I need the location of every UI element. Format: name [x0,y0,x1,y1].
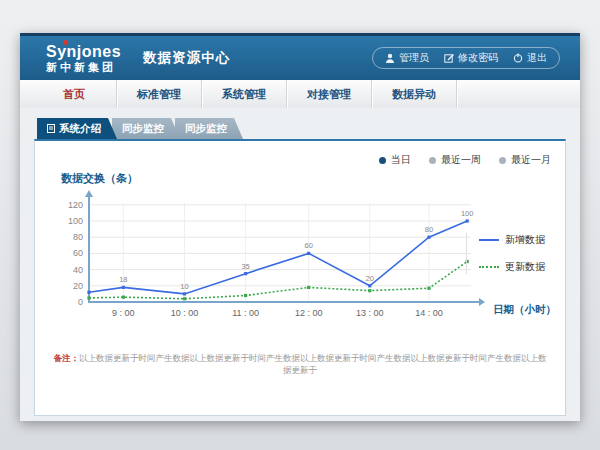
change-password-button[interactable]: 修改密码 [444,51,498,65]
footnote-prefix: 备注： [54,353,80,363]
user-menu[interactable]: 管理员 [385,51,429,65]
svg-text:80: 80 [425,225,433,234]
line-chart: 0204060801001209 : 0010 : 0011 : 0012 : … [53,189,485,329]
svg-text:18: 18 [119,275,127,284]
svg-text:10 : 00: 10 : 00 [171,308,199,318]
radio-unselected-icon [499,157,506,164]
radio-label: 最近一月 [511,153,551,167]
legend-label: 更新数据 [505,260,545,274]
app-header: Synjones 新中新集团 数据资源中心 管理员 修改密码 退出 [20,33,580,80]
document-icon [47,124,55,133]
svg-text:12 : 00: 12 : 00 [295,308,323,318]
page-title: 数据资源中心 [143,49,230,67]
svg-text:0: 0 [78,297,83,307]
tab-label: 同步监控 [185,118,227,139]
svg-text:60: 60 [73,248,83,258]
svg-text:120: 120 [68,200,83,210]
app-window: Synjones 新中新集团 数据资源中心 管理员 修改密码 退出 首页标准管理… [20,33,580,421]
nav-item-4[interactable]: 对接管理 [287,80,372,108]
svg-text:80: 80 [73,232,83,242]
nav-item-5[interactable]: 数据异动 [372,80,457,108]
nav-item-1[interactable]: 首页 [32,80,117,108]
nav-item-3[interactable]: 系统管理 [202,80,287,108]
chart-legend: 新增数据更新数据 [466,233,557,274]
svg-text:100: 100 [68,216,83,226]
svg-text:40: 40 [73,265,83,275]
tab-bar: 系统介绍同步监控同步监控 [37,118,566,139]
svg-text:11 : 00: 11 : 00 [232,308,259,318]
time-range-filter: 当日最近一周最近一月 [379,153,551,167]
tab-1[interactable]: 系统介绍 [37,118,117,139]
content-area: 系统介绍同步监控同步监控 当日最近一周最近一月 数据交换（条） 02040608… [20,108,580,421]
user-label: 管理员 [399,51,429,65]
svg-text:35: 35 [241,262,249,271]
radio-option-1[interactable]: 当日 [379,153,411,167]
x-axis-title: 日期（小时） [493,303,556,317]
tab-label: 系统介绍 [59,118,101,139]
radio-unselected-icon [429,157,436,164]
brand-logo-subtitle: 新中新集团 [46,61,121,73]
radio-option-2[interactable]: 最近一周 [429,153,481,167]
y-axis-title: 数据交换（条） [61,171,138,186]
legend-swatch-icon [479,239,499,241]
footnote: 备注：以上数据更新于时间产生数据以上数据更新于时间产生数据以上数据更新于时间产生… [35,353,565,377]
change-password-label: 修改密码 [458,51,498,65]
radio-selected-icon [379,157,386,164]
edit-icon [444,53,454,63]
brand-logo-text: Synjones [46,43,121,61]
nav-item-2[interactable]: 标准管理 [117,80,202,108]
svg-text:9 : 00: 9 : 00 [112,308,135,318]
user-icon [385,53,395,63]
svg-text:20: 20 [366,274,374,283]
logout-button[interactable]: 退出 [513,51,547,65]
legend-item-1: 新增数据 [479,233,557,247]
radio-label: 最近一周 [441,153,481,167]
main-nav: 首页标准管理系统管理对接管理数据异动 [20,80,580,110]
svg-text:10: 10 [180,282,188,291]
radio-option-3[interactable]: 最近一月 [499,153,551,167]
radio-label: 当日 [391,153,411,167]
chart-panel: 当日最近一周最近一月 数据交换（条） 0204060801001209 : 00… [34,139,566,416]
svg-text:13 : 00: 13 : 00 [356,308,384,318]
tab-label: 同步监控 [122,118,164,139]
tab-2[interactable]: 同步监控 [112,118,180,139]
legend-swatch-icon [479,266,499,268]
svg-text:100: 100 [461,209,474,218]
legend-label: 新增数据 [505,233,545,247]
brand-logo: Synjones 新中新集团 [46,43,121,73]
logout-label: 退出 [527,51,547,65]
user-toolbar: 管理员 修改密码 退出 [372,47,560,69]
legend-item-2: 更新数据 [479,260,557,274]
svg-text:20: 20 [73,281,83,291]
svg-text:14 : 00: 14 : 00 [415,308,443,318]
tab-3[interactable]: 同步监控 [175,118,243,139]
power-icon [513,53,523,63]
footnote-text: 以上数据更新于时间产生数据以上数据更新于时间产生数据以上数据更新于时间产生数据以… [79,353,547,375]
svg-text:60: 60 [304,241,312,250]
